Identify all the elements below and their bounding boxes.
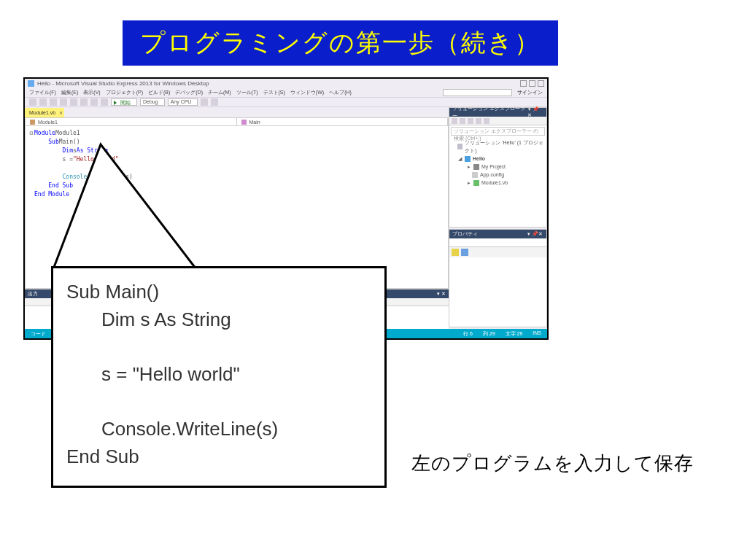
solution-explorer-toolbar <box>449 117 546 125</box>
platform-combo[interactable]: Any CPU <box>168 98 198 106</box>
config-icon <box>472 172 478 178</box>
callout-box: Sub Main() Dim s As String s = "Hello wo… <box>51 266 387 488</box>
menu-build[interactable]: ビルド(B) <box>148 89 170 96</box>
menu-window[interactable]: ウィンドウ(W) <box>290 89 324 96</box>
solution-icon <box>457 144 462 149</box>
tb-redo-icon[interactable] <box>101 98 108 106</box>
tb-forward-icon[interactable] <box>39 98 47 106</box>
status-col: 列 29 <box>483 330 495 338</box>
tb-extra2-icon[interactable] <box>211 98 218 106</box>
tb-extra-icon[interactable] <box>201 98 208 106</box>
panel-dropdown-icon[interactable]: ▾ <box>527 106 533 112</box>
vs-menubar: ファイル(F) 編集(E) 表示(V) プロジェクト(P) ビルド(B) デバッ… <box>25 88 547 97</box>
code-editor[interactable]: ⊟Module Module1 Sub Main() Dim s As Stri… <box>25 126 449 289</box>
panel-pin-icon[interactable]: 📌 <box>533 106 538 112</box>
se-refresh-icon[interactable] <box>460 118 465 124</box>
menu-tools[interactable]: ツール(T) <box>236 89 258 96</box>
menu-test[interactable]: テスト(S) <box>263 89 285 96</box>
se-home-icon[interactable] <box>452 118 457 124</box>
vs-tabstrip: Module1.vb <box>25 107 449 117</box>
vb-project-icon <box>465 156 471 162</box>
menu-view[interactable]: 表示(V) <box>83 89 100 96</box>
tb-save-icon[interactable] <box>70 98 77 106</box>
menu-file[interactable]: ファイル(F) <box>29 89 56 96</box>
vs-editor-navbar: Module1 Main <box>25 117 449 126</box>
start-button[interactable]: 開始 <box>111 98 137 106</box>
tb-new-icon[interactable] <box>50 98 57 106</box>
method-icon <box>241 120 247 125</box>
menu-debug[interactable]: デバッグ(D) <box>175 89 203 96</box>
properties-object-combo[interactable] <box>449 238 546 247</box>
prop-alphabetical-icon[interactable] <box>461 249 468 256</box>
menu-project[interactable]: プロジェクト(P) <box>106 89 143 96</box>
output-title: 出力 <box>28 290 38 298</box>
properties-toolbar <box>449 247 546 257</box>
module-icon <box>30 120 35 125</box>
panel-pin-icon[interactable]: 📌 <box>532 231 538 237</box>
quicklaunch-input[interactable] <box>443 89 512 96</box>
panel-close-icon[interactable]: ✕ <box>538 231 543 237</box>
slide-title: プログラミングの第一歩（続き） <box>123 20 558 66</box>
callout-line-blank1 <box>66 333 371 361</box>
file-tab-module1[interactable]: Module1.vb <box>25 108 64 117</box>
tb-undo-icon[interactable] <box>90 98 98 106</box>
callout-line-2: Dim s As String <box>66 306 371 334</box>
callout-line-4: s = "Hello world" <box>66 361 371 389</box>
se-showall-icon[interactable] <box>476 118 481 124</box>
config-combo[interactable]: Debug <box>140 98 165 106</box>
tree-project[interactable]: ◢Hello <box>451 155 545 163</box>
menu-team[interactable]: チーム(M) <box>208 89 231 96</box>
nav-right[interactable]: Main <box>237 118 449 125</box>
close-icon[interactable] <box>538 80 544 87</box>
solution-tree: ソリューション 'Hello' (1 プロジェクト) ◢Hello ▸My Pr… <box>449 137 546 188</box>
se-collapse-icon[interactable] <box>468 118 473 124</box>
properties-panel: プロパティ ▾📌✕ <box>449 229 547 327</box>
tree-myproject[interactable]: ▸My Project <box>451 163 545 171</box>
status-line: 行 6 <box>463 330 473 338</box>
callout-line-7: End Sub <box>66 443 371 471</box>
vs-window-title: Hello - Microsoft Visual Studio Express … <box>37 80 209 87</box>
tree-solution[interactable]: ソリューション 'Hello' (1 プロジェクト) <box>451 139 545 155</box>
solution-explorer-search[interactable]: ソリューション エクスプローラー の検索 (Ctrl+;) <box>451 127 545 136</box>
nav-left[interactable]: Module1 <box>26 118 237 125</box>
menu-edit[interactable]: 編集(E) <box>61 89 78 96</box>
menu-help[interactable]: ヘルプ(H) <box>329 89 352 96</box>
vs-titlebar: Hello - Microsoft Visual Studio Express … <box>25 79 547 88</box>
callout-line-blank2 <box>66 389 371 416</box>
prop-categorized-icon[interactable] <box>452 249 459 256</box>
output-panel-controls[interactable]: ▾ ✕ <box>437 291 446 297</box>
status-ins: INS <box>533 330 541 338</box>
tb-back-icon[interactable] <box>29 98 36 106</box>
instruction-text: 左のプログラムを入力して保存 <box>411 451 694 476</box>
tree-module1[interactable]: ▸Module1.vb <box>451 179 545 187</box>
maximize-icon[interactable] <box>529 80 535 87</box>
callout-line-6: Console.WriteLine(s) <box>66 416 371 443</box>
wrench-icon <box>473 164 479 170</box>
properties-title: プロパティ <box>452 230 478 238</box>
status-char: 文字 29 <box>506 330 523 338</box>
panel-dropdown-icon[interactable]: ▾ <box>526 231 532 237</box>
vs-side-column: ソリューション エクスプローラー ▾📌✕ ソリューション エクスプローラー の検… <box>449 107 547 329</box>
tree-appconfig[interactable]: App.config <box>451 171 545 179</box>
se-properties-icon[interactable] <box>484 118 489 124</box>
status-left: コード <box>31 330 46 338</box>
vs-logo-icon <box>28 80 34 87</box>
signin-link[interactable]: サインイン <box>517 89 543 96</box>
vb-file-icon <box>473 180 479 186</box>
callout-line-1: Sub Main() <box>66 279 371 306</box>
minimize-icon[interactable] <box>520 80 527 87</box>
solution-explorer-panel: ソリューション エクスプローラー ▾📌✕ ソリューション エクスプローラー の検… <box>449 107 547 228</box>
tb-open-icon[interactable] <box>60 98 67 106</box>
tb-saveall-icon[interactable] <box>80 98 88 106</box>
